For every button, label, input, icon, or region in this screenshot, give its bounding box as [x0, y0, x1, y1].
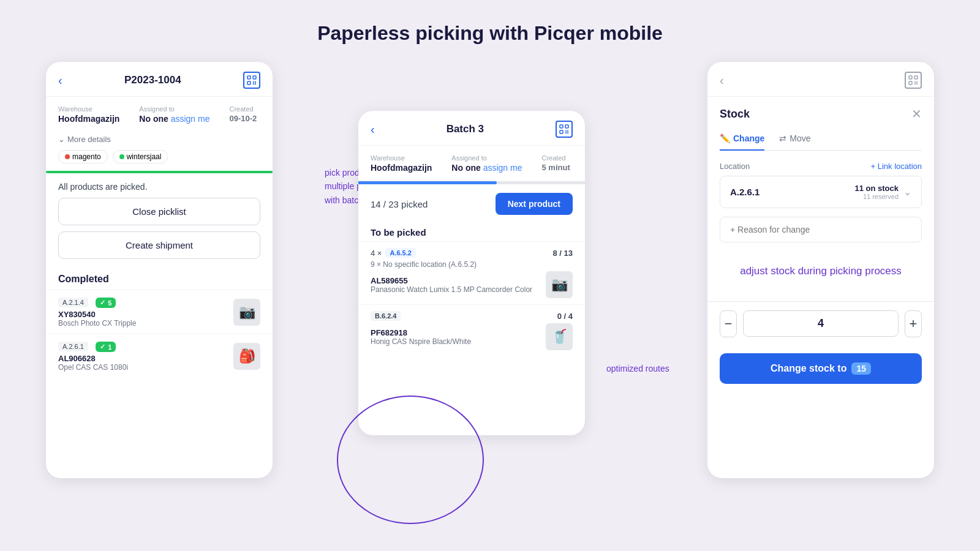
batch-item-2-img: 🥤 — [546, 323, 573, 350]
batch-item-2-location: B.6.2.4 — [371, 311, 401, 321]
batch-item-1: 4 × A.6.5.2 8 / 13 9 × No specific locat… — [358, 241, 585, 304]
right-phone-title: AL906628 — [790, 74, 839, 86]
create-shipment-button[interactable]: Create shipment — [58, 231, 260, 259]
batch-warehouse-value: Hoofdmagazijn — [371, 163, 432, 173]
location-select[interactable]: A.2.6.1 11 on stock 11 reserved ⌄ — [720, 176, 922, 208]
qty-increase-button[interactable]: + — [905, 310, 922, 337]
tab-move[interactable]: ⇄ Move — [779, 130, 810, 151]
scan-icon-left[interactable] — [243, 72, 260, 89]
qty-input[interactable] — [743, 310, 899, 337]
next-product-button[interactable]: Next product — [496, 193, 573, 215]
batch-assigned-value: No one assign me — [451, 163, 522, 173]
batch-assigned-label: Assigned to — [451, 154, 522, 162]
stock-divider — [707, 301, 934, 302]
back-button-left[interactable]: ‹ — [58, 73, 62, 88]
svg-rect-11 — [567, 130, 568, 132]
left-phone: ‹ P2023-1004 Warehouse Hoofdmagazijn — [46, 62, 273, 478]
right-phone-header: ‹ AL906628 — [707, 62, 934, 97]
assign-me-link-middle[interactable]: assign me — [483, 163, 522, 173]
batch-item-2: B.6.2.4 0 / 4 PF682918 Honig CAS Nspire … — [358, 304, 585, 356]
svg-rect-3 — [253, 81, 254, 83]
svg-rect-14 — [909, 76, 912, 79]
svg-rect-4 — [255, 81, 256, 83]
batch-created-label: Created — [542, 154, 570, 162]
tag-magento: magento — [58, 150, 108, 163]
page-title: Paperless picking with Picqer mobile — [0, 0, 980, 62]
all-picked-msg: All products are picked. — [46, 173, 273, 198]
svg-rect-1 — [253, 76, 256, 79]
svg-rect-15 — [914, 76, 918, 79]
assigned-label: Assigned to — [139, 105, 209, 113]
batch-item-1-location: A.6.5.2 — [385, 248, 415, 258]
reason-input[interactable] — [720, 217, 922, 242]
completed-title: Completed — [46, 265, 273, 290]
left-phone-header: ‹ P2023-1004 — [46, 62, 273, 97]
created-value: 09-10-2 — [230, 114, 257, 123]
to-be-picked-title: To be picked — [358, 221, 585, 241]
svg-rect-13 — [567, 132, 568, 133]
svg-rect-17 — [914, 81, 916, 83]
move-icon: ⇄ — [779, 133, 786, 143]
svg-rect-20 — [916, 83, 918, 84]
qty-row: − + — [720, 310, 922, 337]
product-sku-1: XY830540 — [58, 310, 136, 319]
middle-phone: ‹ Batch 3 Warehouse Hoofdmagazijn — [358, 111, 585, 435]
adjust-stock-annotation: adjust stock during picking process — [720, 251, 922, 285]
on-stock-value: 11 on stock — [854, 184, 899, 193]
pencil-icon: ✏️ — [720, 133, 730, 143]
svg-rect-5 — [253, 83, 254, 84]
warehouse-label: Warehouse — [58, 105, 119, 113]
product-sku-2: AL906628 — [58, 354, 128, 363]
change-stock-badge: 15 — [851, 362, 871, 375]
scan-icon-middle[interactable] — [556, 121, 573, 138]
pick-count-text: 14 / 23 picked — [371, 199, 428, 209]
svg-rect-10 — [565, 130, 567, 132]
batch-item-1-sub: 9 × No specific location (A.6.5.2) — [371, 260, 573, 269]
product-row-1: A.2.1.4 ✓ 5 XY830540 Bosch Photo CX Trip… — [46, 290, 273, 334]
batch-created-value: 5 minut — [542, 163, 570, 172]
back-button-right[interactable]: ‹ — [720, 73, 724, 88]
middle-phone-title: Batch 3 — [447, 123, 484, 135]
back-button-middle[interactable]: ‹ — [371, 122, 375, 137]
qty-row-section: − + — [707, 310, 934, 353]
more-details-toggle[interactable]: ⌄ More details — [46, 132, 273, 150]
svg-rect-9 — [560, 130, 563, 133]
annotation-routes: optimized routes — [606, 362, 669, 375]
svg-rect-12 — [565, 132, 567, 133]
tags-container: magento wintersjaal — [46, 150, 273, 171]
product-name-2: Opel CAS CAS 1080i — [58, 363, 128, 372]
phones-container: ‹ P2023-1004 Warehouse Hoofdmagazijn — [0, 62, 980, 478]
pick-counter: 14 / 23 picked Next product — [358, 184, 585, 221]
location-name: A.2.6.1 — [730, 187, 760, 197]
batch-item-1-img: 📷 — [546, 271, 573, 298]
warehouse-value: Hoofdmagazijn — [58, 114, 119, 124]
svg-rect-19 — [914, 83, 916, 84]
left-phone-title: P2023-1004 — [124, 74, 181, 86]
product-img-2: 🎒 — [233, 343, 260, 370]
stock-panel: Stock ✕ ✏️ Change ⇄ Move Location + Link… — [707, 97, 934, 295]
chevron-down-icon: ⌄ — [903, 186, 911, 198]
svg-rect-18 — [916, 81, 918, 83]
svg-rect-2 — [247, 81, 251, 84]
batch-warehouse-label: Warehouse — [371, 154, 432, 162]
svg-rect-6 — [255, 83, 256, 84]
batch-item-2-desc: Honig CAS Nspire Black/White — [371, 337, 471, 346]
middle-phone-header: ‹ Batch 3 — [358, 111, 585, 146]
assign-me-link-left[interactable]: assign me — [171, 114, 210, 124]
scan-icon-right[interactable] — [905, 72, 922, 89]
product-name-1: Bosch Photo CX Tripple — [58, 319, 136, 328]
close-picklist-button[interactable]: Close picklist — [58, 198, 260, 225]
change-stock-button[interactable]: Change stock to 15 — [720, 353, 922, 384]
stock-tabs: ✏️ Change ⇄ Move — [720, 130, 922, 151]
batch-item-2-sku: PF682918 — [371, 328, 471, 337]
right-phone: ‹ AL906628 Stock ✕ — [707, 62, 934, 478]
tab-change[interactable]: ✏️ Change — [720, 130, 764, 151]
svg-rect-16 — [909, 81, 912, 84]
middle-phone-meta: Warehouse Hoofdmagazijn Assigned to No o… — [358, 146, 585, 181]
svg-rect-8 — [565, 125, 568, 128]
close-stock-button[interactable]: ✕ — [911, 107, 922, 121]
link-location-btn[interactable]: + Link location — [871, 162, 922, 171]
qty-decrease-button[interactable]: − — [720, 310, 737, 337]
batch-item-2-count: 0 / 4 — [557, 312, 573, 321]
batch-item-1-sku: AL589655 — [371, 276, 532, 285]
